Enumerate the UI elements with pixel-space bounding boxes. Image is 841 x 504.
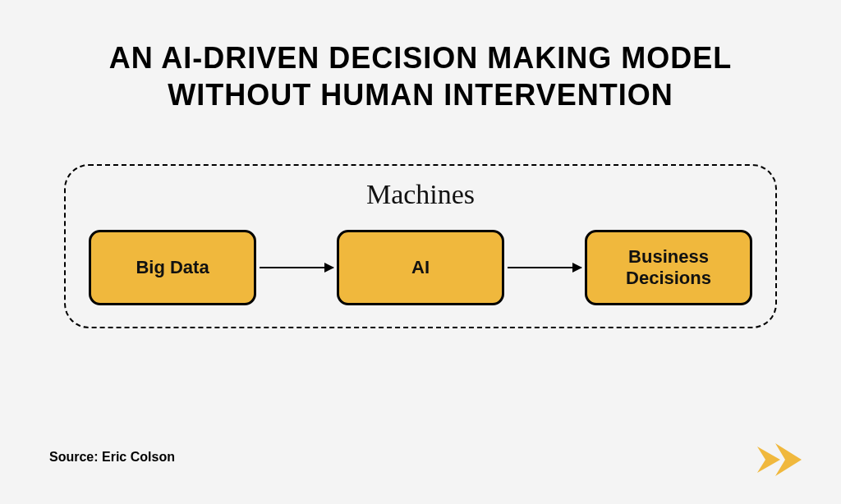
node-big-data: Big Data bbox=[89, 230, 256, 305]
title-line-2: WITHOUT HUMAN INTERVENTION bbox=[168, 78, 673, 112]
arrow-icon bbox=[260, 267, 333, 268]
flow-row: Big Data AI Business Decisions bbox=[89, 230, 752, 305]
title-line-1: AN AI-DRIVEN DECISION MAKING MODEL bbox=[109, 41, 733, 75]
source-attribution: Source: Eric Colson bbox=[49, 450, 175, 465]
arrow-icon bbox=[508, 267, 581, 268]
brand-logo-icon bbox=[752, 438, 808, 481]
node-ai: AI bbox=[337, 230, 504, 305]
machines-frame: Machines Big Data AI Business Decisions bbox=[64, 164, 777, 328]
frame-label: Machines bbox=[66, 179, 775, 210]
diagram-title: AN AI-DRIVEN DECISION MAKING MODEL WITHO… bbox=[0, 39, 841, 113]
node-business-decisions: Business Decisions bbox=[585, 230, 752, 305]
